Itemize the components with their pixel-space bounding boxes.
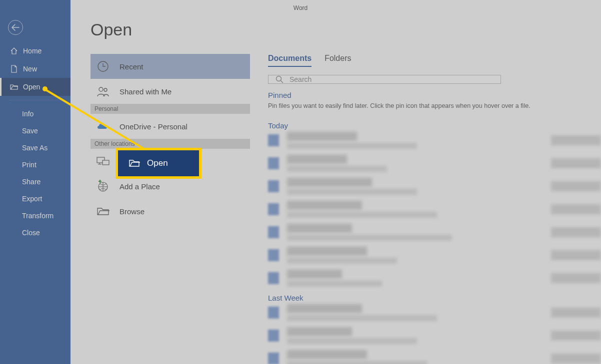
back-arrow-icon [12, 24, 20, 31]
file-date [551, 250, 601, 260]
nav-home-label: Home [23, 47, 42, 55]
file-path [287, 338, 417, 344]
nav-save-as[interactable]: Save As [0, 139, 70, 156]
file-row[interactable] [268, 328, 601, 343]
svg-point-1 [99, 87, 103, 91]
nav-divider [9, 100, 62, 100]
tab-folders[interactable]: Folders [324, 54, 351, 67]
backstage-sidebar: Home New Open Info Save Save As Print Sh… [0, 0, 70, 364]
nav-export[interactable]: Export [0, 190, 70, 207]
file-type-icon [268, 203, 279, 215]
back-button[interactable] [8, 20, 23, 35]
file-path [287, 166, 387, 172]
file-row[interactable] [268, 156, 601, 171]
file-row[interactable] [268, 179, 601, 194]
clock-icon [96, 60, 110, 73]
pinned-hint: Pin files you want to easily find later.… [268, 102, 601, 109]
file-date [551, 158, 601, 168]
locations-personal-header: Personal [90, 104, 250, 114]
file-name [287, 178, 372, 187]
nav-share[interactable]: Share [0, 173, 70, 190]
folder-open-icon [10, 83, 18, 90]
lastweek-label: Last Week [268, 294, 601, 302]
file-name [287, 304, 362, 313]
locations-panel: Recent Shared with Me Personal OneDrive … [90, 54, 250, 364]
nav-new-label: New [23, 65, 37, 73]
file-type-icon [268, 226, 279, 238]
file-path [287, 258, 397, 264]
file-date [551, 204, 601, 214]
titlebar: Word [0, 0, 601, 16]
people-icon [96, 86, 110, 97]
file-list-lastweek [268, 305, 601, 364]
file-row[interactable] [268, 271, 601, 286]
file-date [551, 331, 601, 341]
file-name [287, 247, 367, 256]
file-row[interactable] [268, 351, 601, 364]
file-path [287, 361, 427, 364]
page-title: Open [90, 20, 132, 39]
folder-open-icon [129, 159, 140, 168]
file-list-today [268, 133, 601, 286]
file-date [551, 227, 601, 237]
file-type-icon [268, 180, 279, 192]
svg-point-6 [276, 76, 282, 81]
file-path [287, 143, 417, 149]
nav-save[interactable]: Save [0, 122, 70, 139]
file-path [287, 235, 452, 241]
file-type-icon [268, 157, 279, 169]
nav-info[interactable]: Info [0, 105, 70, 122]
location-recent[interactable]: Recent [90, 54, 250, 79]
file-name [287, 327, 352, 336]
file-type-icon [268, 330, 279, 342]
file-path [287, 281, 382, 287]
file-date [551, 273, 601, 283]
file-name [287, 350, 367, 359]
file-name [287, 132, 357, 141]
nav-open-label: Open [23, 83, 40, 91]
content-panel: Documents Folders Search Pinned Pin file… [268, 54, 601, 364]
nav-close[interactable]: Close [0, 224, 70, 241]
tab-documents[interactable]: Documents [268, 54, 312, 67]
file-row[interactable] [268, 202, 601, 217]
file-date [551, 181, 601, 191]
file-type-icon [268, 272, 279, 284]
file-name [287, 224, 352, 233]
location-browse[interactable]: Browse [90, 199, 250, 224]
today-label: Today [268, 121, 601, 130]
location-onedrive-label: OneDrive - Personal [120, 122, 188, 131]
nav-transform[interactable]: Transform [0, 207, 70, 224]
file-row[interactable] [268, 305, 601, 320]
nav-print[interactable]: Print [0, 156, 70, 173]
search-placeholder: Search [290, 75, 312, 83]
file-name [287, 155, 347, 164]
file-name [287, 201, 362, 210]
globe-plus-icon [96, 180, 110, 193]
file-row[interactable] [268, 225, 601, 240]
location-browse-label: Browse [120, 207, 144, 216]
locations-other-header: Other locations [90, 139, 250, 149]
nav-new[interactable]: New [0, 60, 70, 78]
file-date [551, 354, 601, 364]
file-path [287, 189, 417, 195]
nav-open[interactable]: Open [0, 78, 70, 96]
annotation-callout-label: Open [147, 158, 168, 168]
svg-rect-4 [102, 160, 109, 165]
location-recent-label: Recent [120, 62, 144, 71]
file-row[interactable] [268, 248, 601, 263]
file-row[interactable] [268, 133, 601, 148]
this-pc-icon [96, 156, 110, 167]
location-onedrive[interactable]: OneDrive - Personal [90, 114, 250, 139]
search-icon [276, 75, 284, 83]
nav-home[interactable]: Home [0, 42, 70, 60]
file-path [287, 212, 437, 218]
file-date [551, 308, 601, 318]
location-shared[interactable]: Shared with Me [90, 79, 250, 104]
pinned-label: Pinned [268, 91, 601, 99]
search-input[interactable]: Search [268, 75, 501, 84]
file-type-icon [268, 353, 279, 364]
file-name [287, 270, 342, 279]
file-path [287, 315, 437, 321]
annotation-callout-open: Open [116, 148, 202, 179]
app-title: Word [294, 4, 308, 11]
